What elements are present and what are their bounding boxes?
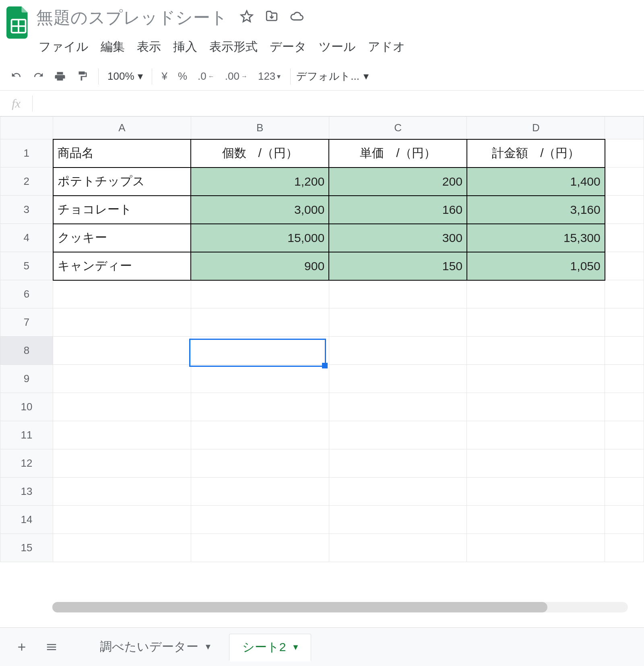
cell-A5[interactable]: キャンディー [53,252,191,280]
cell[interactable] [467,280,605,308]
horizontal-scrollbar[interactable] [52,602,628,612]
cell[interactable] [605,224,644,252]
undo-button[interactable] [6,66,27,87]
spreadsheet-grid[interactable]: A B C D 1 商品名 個数 /（円） 単価 /（円） 計金額 /（円） 2… [0,116,644,600]
cell[interactable] [191,365,329,393]
col-header-B[interactable]: B [191,117,329,139]
cell[interactable] [329,337,467,365]
cell[interactable] [191,421,329,449]
cell-A2[interactable]: ポテトチップス [53,168,191,196]
cell[interactable] [329,534,467,562]
paint-format-button[interactable] [71,66,93,87]
cell-C4[interactable]: 300 [329,224,467,252]
cell[interactable] [191,506,329,534]
cell-A3[interactable]: チョコレート [53,196,191,224]
cell[interactable] [191,393,329,421]
col-header-E[interactable] [605,117,644,139]
sheets-logo[interactable] [5,5,32,40]
cell[interactable] [605,196,644,224]
number-format-select[interactable]: 123 ▾ [258,70,281,83]
cell[interactable] [605,365,644,393]
cell[interactable] [467,421,605,449]
cell[interactable] [329,478,467,506]
move-icon[interactable] [265,10,279,26]
cell[interactable] [605,308,644,337]
cell-A4[interactable]: クッキー [53,224,191,252]
cell[interactable] [329,280,467,308]
cell-C5[interactable]: 150 [329,252,467,280]
currency-button[interactable]: ¥ [162,70,167,83]
cell[interactable] [329,506,467,534]
formula-input[interactable] [33,91,644,116]
sheet-tab-other[interactable]: 調べたいデーター ▼ [87,634,223,660]
menu-data[interactable]: データ [270,39,307,55]
cell[interactable] [329,421,467,449]
row-header[interactable]: 8 [0,337,53,365]
cell[interactable] [605,252,644,280]
cell-B8[interactable] [191,337,329,365]
col-header-D[interactable]: D [467,117,605,139]
cell-B4[interactable]: 15,000 [191,224,329,252]
row-header[interactable]: 1 [0,139,53,168]
select-all-corner[interactable] [0,117,53,139]
cell[interactable] [53,280,191,308]
col-header-C[interactable]: C [329,117,467,139]
row-header[interactable]: 10 [0,393,53,421]
sheet-tab-active[interactable]: シート2 ▼ [229,634,311,662]
cell[interactable] [605,393,644,421]
menu-insert[interactable]: 挿入 [173,39,197,55]
cell[interactable] [53,421,191,449]
row-header[interactable]: 7 [0,308,53,337]
cell[interactable] [329,365,467,393]
cell[interactable] [191,534,329,562]
cell[interactable] [605,478,644,506]
cell[interactable] [467,534,605,562]
scrollbar-thumb[interactable] [52,602,547,612]
cell[interactable] [329,449,467,478]
cell-D2[interactable]: 1,400 [467,168,605,196]
cell[interactable] [605,280,644,308]
cell[interactable] [605,421,644,449]
menu-edit[interactable]: 編集 [101,39,125,55]
cell[interactable] [605,506,644,534]
cell-A1[interactable]: 商品名 [53,139,191,168]
cell-D1[interactable]: 計金額 /（円） [467,139,605,168]
col-header-A[interactable]: A [53,117,191,139]
cell[interactable] [53,365,191,393]
menu-view[interactable]: 表示 [137,39,161,55]
cell-C2[interactable]: 200 [329,168,467,196]
menu-addons[interactable]: アドオ [368,39,405,55]
cell[interactable] [329,393,467,421]
document-title[interactable]: 無題のスプレッドシート [36,6,228,29]
cell[interactable] [467,365,605,393]
cell[interactable] [605,534,644,562]
cell[interactable] [605,168,644,196]
row-header[interactable]: 3 [0,196,53,224]
cell-B1[interactable]: 個数 /（円） [191,139,329,168]
row-header[interactable]: 12 [0,449,53,478]
decrease-decimal-button[interactable]: .0← [198,70,215,83]
row-header[interactable]: 14 [0,506,53,534]
cell[interactable] [467,449,605,478]
cell[interactable] [191,308,329,337]
cell[interactable] [53,534,191,562]
cell-C3[interactable]: 160 [329,196,467,224]
all-sheets-button[interactable] [39,635,64,659]
row-header[interactable]: 11 [0,421,53,449]
row-header[interactable]: 4 [0,224,53,252]
cell[interactable] [53,308,191,337]
cloud-status-icon[interactable] [290,10,303,26]
row-header[interactable]: 9 [0,365,53,393]
row-header[interactable]: 2 [0,168,53,196]
cell[interactable] [467,506,605,534]
cell[interactable] [191,280,329,308]
cell-C1[interactable]: 単価 /（円） [329,139,467,168]
print-button[interactable] [49,66,71,87]
cell[interactable] [53,393,191,421]
cell-D4[interactable]: 15,300 [467,224,605,252]
cell[interactable] [53,337,191,365]
cell[interactable] [53,506,191,534]
cell-B3[interactable]: 3,000 [191,196,329,224]
menu-file[interactable]: ファイル [39,39,89,55]
menu-format[interactable]: 表示形式 [209,39,258,55]
